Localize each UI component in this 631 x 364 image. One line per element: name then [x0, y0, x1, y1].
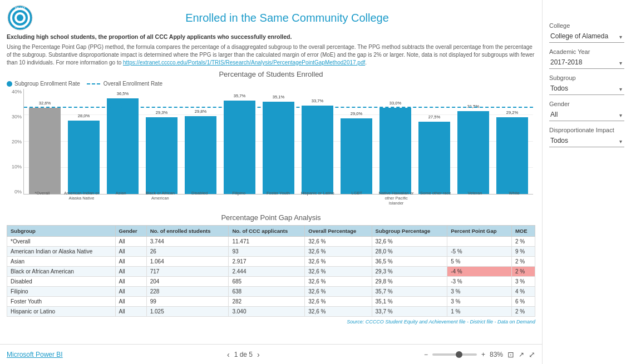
- bar-label: LGBT: [338, 191, 376, 206]
- table-cell: 32,6 %: [305, 237, 372, 247]
- table-cell: 228: [146, 287, 229, 297]
- fullscreen-button[interactable]: ⤢: [529, 350, 535, 359]
- bar[interactable]: 27,5%: [418, 122, 450, 194]
- bar-labels: *OverallAmerican Indian or Alaska Native…: [23, 191, 533, 206]
- zoom-plus[interactable]: +: [481, 351, 485, 358]
- table-header-cell: Subgroup Percentage: [372, 226, 447, 237]
- table-cell: All: [115, 307, 146, 317]
- bar[interactable]: 29,8%: [185, 116, 216, 194]
- bar-group: 35,1%: [260, 89, 297, 194]
- bar-label: American Indian or Alaska Native: [63, 191, 101, 206]
- table-cell: 282: [229, 297, 305, 307]
- bar-value: 29,3%: [156, 110, 167, 115]
- bar[interactable]: 35,1%: [263, 102, 294, 194]
- bar[interactable]: 33,7%: [302, 106, 333, 194]
- table-cell: -5 %: [447, 247, 512, 257]
- svg-text:VALLEY: VALLEY: [14, 6, 26, 9]
- di-dropdown-wrapper: Todos ▾: [549, 134, 624, 147]
- college-label: College: [549, 22, 624, 29]
- table-cell: Asian: [7, 257, 116, 267]
- bar-label: Veteran: [456, 191, 494, 206]
- table-cell: -4 %: [447, 267, 512, 277]
- methodology-link[interactable]: https://extranet.cccco.edu/Portals/1/TRI…: [123, 59, 365, 66]
- bar-group: 27,5%: [416, 89, 453, 194]
- di-label: Disproportionate Impact: [549, 127, 624, 133]
- table-cell: 29,8 %: [372, 277, 447, 287]
- footer: Microsoft Power BI ‹ 1 de 5 › − + 83% ⊡ …: [0, 344, 542, 364]
- table-row: DisabledAll20468532,6 %29,8 %-3 %3 %: [7, 277, 535, 287]
- bar-label: Some other race: [417, 191, 455, 206]
- subgroup-dropdown[interactable]: Todos: [549, 82, 624, 95]
- svg-text:COLLEGE: COLLEGE: [15, 26, 26, 28]
- table-cell: 3.040: [229, 307, 305, 317]
- table-header-cell: MOE: [511, 226, 535, 237]
- zoom-level: 83%: [490, 351, 503, 358]
- bar[interactable]: 33,0%: [379, 108, 411, 194]
- table-cell: All: [115, 247, 146, 257]
- academic-year-dropdown-wrapper: 2017-2018 ▾: [549, 56, 624, 69]
- table-cell: All: [115, 277, 146, 287]
- table-cell: 29,3 %: [372, 267, 447, 277]
- bar-value: 35,1%: [273, 94, 284, 99]
- bar-value: 27,5%: [428, 114, 440, 119]
- bar[interactable]: 29,2%: [496, 117, 528, 194]
- table-cell: Disabled: [7, 277, 116, 287]
- footer-right-controls: − + 83% ⊡ ↗ ⤢: [424, 350, 535, 359]
- bar[interactable]: 31,5%: [457, 111, 489, 194]
- gender-dropdown-wrapper: All ▾: [549, 108, 624, 121]
- table-header-cell: Percent Point Gap: [447, 226, 512, 237]
- table-cell: All: [115, 287, 146, 297]
- table-header: SubgroupGenderNo. of enrolled studentsNo…: [7, 226, 535, 237]
- bar-group: 28,0%: [65, 89, 102, 194]
- source-citation: Source: CCCCO Student Equity and Achieve…: [7, 319, 535, 325]
- fit-page-button[interactable]: ⊡: [507, 350, 514, 359]
- page-info: 1 de 5: [234, 351, 253, 358]
- di-dropdown[interactable]: Todos: [549, 134, 624, 147]
- zoom-minus[interactable]: −: [424, 351, 428, 358]
- table-cell: 2.444: [229, 267, 305, 277]
- zoom-slider[interactable]: [432, 353, 477, 356]
- bar[interactable]: 29,3%: [146, 117, 178, 194]
- table-title: Percentage Point Gap Analysis: [7, 213, 535, 222]
- table-row: Foster YouthAll9928232,6 %35,1 %3 %6 %: [7, 297, 535, 307]
- table-header-cell: Gender: [115, 226, 146, 237]
- table-cell: 32,6 %: [305, 267, 372, 277]
- college-dropdown-wrapper: College of Alameda ▾: [549, 30, 624, 43]
- bar[interactable]: 28,0%: [68, 121, 100, 194]
- table-cell: All: [115, 297, 146, 307]
- table-cell: 32,6 %: [305, 257, 372, 267]
- table-row: Black or African AmericanAll7172.44432,6…: [7, 267, 535, 277]
- bar-value: 33,7%: [312, 98, 323, 103]
- table-cell: 1 %: [447, 307, 512, 317]
- table-cell: 28,0 %: [372, 247, 447, 257]
- table-cell: 32,6 %: [305, 287, 372, 297]
- table-cell: American Indian or Alaska Native: [7, 247, 116, 257]
- power-bi-link[interactable]: Microsoft Power BI: [7, 351, 63, 358]
- table-header-cell: Subgroup: [7, 226, 116, 237]
- table-cell: 99: [146, 297, 229, 307]
- prev-page-button[interactable]: ‹: [227, 350, 230, 359]
- share-button[interactable]: ↗: [519, 351, 524, 358]
- table-cell: All: [115, 267, 146, 277]
- overall-enrollment-line: [24, 107, 533, 108]
- bar[interactable]: 29,0%: [341, 118, 372, 194]
- bar-label: *Overall: [23, 191, 61, 206]
- table-cell: All: [115, 237, 146, 247]
- bar-value: 29,8%: [195, 109, 206, 114]
- academic-year-dropdown[interactable]: 2017-2018: [549, 56, 624, 69]
- college-dropdown[interactable]: College of Alameda: [549, 30, 624, 43]
- bar[interactable]: 32,6%: [29, 108, 61, 194]
- gender-dropdown[interactable]: All: [549, 108, 624, 121]
- table-cell: 2 %: [511, 257, 535, 267]
- bar-label: Filipino: [220, 191, 258, 206]
- table-row: AsianAll1.0642.91732,6 %36,5 %5 %2 %: [7, 257, 535, 267]
- table-cell: Hispanic or Latino: [7, 307, 116, 317]
- bar[interactable]: 36,5%: [107, 98, 139, 194]
- subgroup-legend-label: Subgroup Enrollment Rate: [14, 81, 80, 87]
- bar[interactable]: 35,7%: [224, 101, 255, 194]
- table-row: *OverallAll3.74411.47132,6 %32,6 %2 %: [7, 237, 535, 247]
- next-page-button[interactable]: ›: [257, 350, 260, 359]
- table-cell: 717: [146, 267, 229, 277]
- table-header-cell: No. of enrolled students: [146, 226, 229, 237]
- table-cell: 638: [229, 287, 305, 297]
